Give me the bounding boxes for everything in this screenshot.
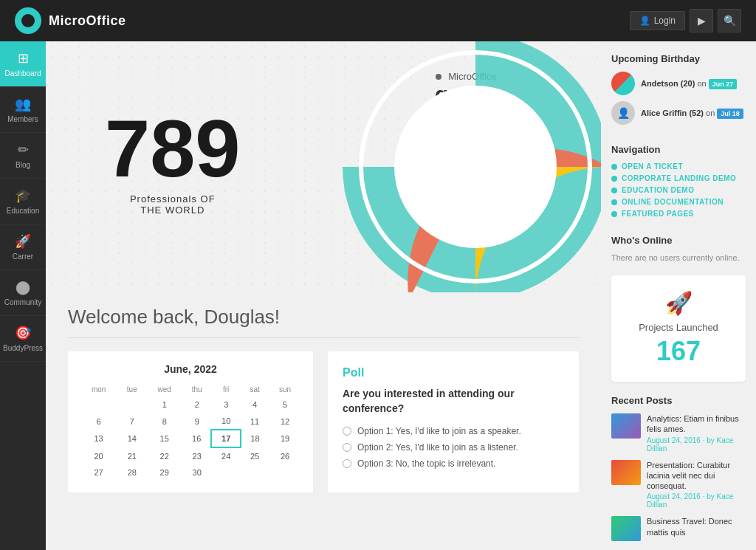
birthday-avatar [611, 72, 635, 95]
calendar-day[interactable]: 22 [146, 447, 182, 464]
calendar-day[interactable]: 15 [146, 430, 182, 447]
calendar-day[interactable]: 20 [80, 447, 117, 464]
calendar-day[interactable]: 11 [241, 413, 269, 430]
nav-link-item[interactable]: OPEN A TICKET [611, 162, 746, 171]
calendar-day[interactable]: 30 [182, 464, 211, 481]
calendar-day[interactable]: 1 [146, 396, 182, 413]
content-area: 789 Professionals OF THE WORLD MicroOffi… [46, 41, 601, 550]
poll-option[interactable]: Option 2: Yes, I'd like to join as a lis… [343, 442, 564, 453]
svg-point-0 [394, 86, 557, 248]
weekday-tue: tue [117, 382, 146, 396]
topnav-right: 👤 Login ▶ 🔍 [630, 9, 741, 32]
birthday-date-badge: Jul 18 [717, 109, 743, 119]
birthday-items: Andetson (20) on Jun 27 👤 Alice Griffin … [611, 72, 746, 125]
poll-radio[interactable] [343, 443, 351, 452]
calendar-day[interactable]: 8 [146, 413, 182, 430]
login-button[interactable]: 👤 Login [630, 11, 685, 30]
calendar-day[interactable]: 3 [211, 396, 241, 413]
poll-widget: Poll Are you interested in attending our… [328, 351, 579, 492]
nav-link-item[interactable]: EDUCATION DEMO [611, 186, 746, 194]
calendar-day[interactable]: 6 [80, 413, 117, 430]
calendar-day[interactable]: 29 [146, 464, 182, 481]
post-thumbnail [611, 460, 641, 485]
calendar-day[interactable]: 14 [117, 430, 146, 447]
nav-link-item[interactable]: FEATURED PAGES [611, 210, 746, 218]
calendar-day[interactable]: 25 [241, 447, 269, 464]
projects-label: Projects Launched [623, 322, 734, 333]
nav-link-text: EDUCATION DEMO [622, 186, 694, 194]
birthday-date-badge: Jun 27 [709, 79, 738, 89]
sidebar-item-members[interactable]: 👥 Members [0, 87, 46, 133]
nav-link-text: FEATURED PAGES [622, 210, 694, 218]
calendar-title: June, 2022 [80, 363, 301, 375]
nav-link-item[interactable]: CORPORATE LANDING DEMO [611, 174, 746, 182]
sidebar-item-dashboard[interactable]: ⊞ Dashboard [0, 41, 46, 87]
calendar-day[interactable]: 24 [211, 447, 241, 464]
calendar-day[interactable]: 5 [269, 396, 301, 413]
nav-link-item[interactable]: ONLINE DOCUMENTATION [611, 198, 746, 206]
calendar-day[interactable]: 7 [117, 413, 146, 430]
calendar-day [80, 396, 117, 413]
logo-area: MicroOffice [15, 7, 126, 34]
post-thumbnail [611, 413, 641, 439]
content-body: Welcome back, Douglas! June, 2022 mon tu… [46, 292, 601, 507]
calendar-day[interactable]: 19 [269, 430, 301, 447]
sidebar-item-community[interactable]: ⬤ Community [0, 270, 46, 316]
nav-link-text: OPEN A TICKET [622, 162, 683, 171]
calendar-day[interactable]: 18 [241, 430, 269, 447]
calendar-day [241, 464, 269, 481]
search-icon: 🔍 [724, 15, 736, 27]
calendar-day[interactable]: 16 [182, 430, 211, 447]
poll-radio[interactable] [343, 427, 351, 436]
poll-question: Are you interested in attending our conf… [343, 387, 564, 416]
nav-dot [611, 164, 617, 170]
recent-posts-title: Recent Posts [611, 395, 746, 406]
post-meta: August 24, 2016 · by Kace Dillian [647, 492, 746, 509]
sidebar-item-education[interactable]: 🎓 Education [0, 179, 46, 224]
calendar-day[interactable]: 9 [182, 413, 211, 430]
nav-dot [611, 176, 617, 182]
sidebar-label-members: Members [7, 115, 38, 123]
birthday-info: Alice Griffin (52) on Jul 18 [641, 109, 746, 117]
poll-option[interactable]: Option 3: No, the topic is irrelevant. [343, 458, 564, 469]
forward-button[interactable]: ▶ [690, 9, 713, 32]
birthday-item: 👤 Alice Griffin (52) on Jul 18 [611, 101, 746, 125]
calendar-day[interactable]: 4 [241, 396, 269, 413]
logo-text: MicroOffice [49, 13, 126, 29]
poll-radio[interactable] [343, 459, 351, 468]
birthday-widget: Upcoming Birthday Andetson (20) on Jun 2… [611, 53, 746, 131]
calendar-day[interactable]: 13 [80, 430, 117, 447]
weekday-thu: thu [182, 382, 211, 396]
poll-option[interactable]: Option 1: Yes, I'd like to join as a spe… [343, 426, 564, 436]
birthday-avatar: 👤 [611, 101, 635, 125]
bottom-widgets: June, 2022 mon tue wed thu fri sat sun [68, 351, 579, 492]
calendar-day[interactable]: 26 [269, 447, 301, 464]
nav-dot [611, 188, 617, 193]
calendar-day[interactable]: 21 [117, 447, 146, 464]
post-info: Presentation: Curabitur lacinia velit ne… [647, 460, 746, 509]
sidebar-label-carrer: Carrer [13, 252, 33, 261]
post-meta: August 24, 2016 · by Kace Dillian [647, 436, 746, 453]
recent-posts-widget: Recent Posts Analytics: Etiam in finibus… [611, 395, 746, 549]
calendar-day[interactable]: 28 [117, 464, 146, 481]
main-layout: ⊞ Dashboard 👥 Members ✏ Blog 🎓 Education… [0, 41, 756, 550]
forward-icon: ▶ [698, 15, 706, 27]
post-title[interactable]: Business Travel: Donec mattis quis [647, 516, 746, 537]
sidebar-item-blog[interactable]: ✏ Blog [0, 133, 46, 179]
calendar-day[interactable]: 2 [182, 396, 211, 413]
calendar-day[interactable]: 23 [182, 447, 211, 464]
calendar-day[interactable]: 17 [211, 430, 241, 447]
sidebar-item-buddypress[interactable]: 🎯 BuddyPress [0, 316, 46, 362]
calendar-day[interactable]: 12 [269, 413, 301, 430]
sidebar-label-blog: Blog [16, 161, 30, 169]
weekday-mon: mon [80, 382, 117, 396]
calendar-day[interactable]: 27 [80, 464, 117, 481]
welcome-heading: Welcome back, Douglas! [68, 292, 579, 338]
poll-title: Poll [343, 366, 564, 379]
search-button[interactable]: 🔍 [718, 9, 741, 32]
post-title[interactable]: Presentation: Curabitur lacinia velit ne… [647, 460, 746, 492]
calendar-day[interactable]: 10 [211, 413, 241, 430]
post-title[interactable]: Analytics: Etiam in finibus felis ames. [647, 413, 746, 435]
birthday-name: Andetson (20) [641, 79, 695, 88]
sidebar-item-carrer[interactable]: 🚀 Carrer [0, 224, 46, 270]
